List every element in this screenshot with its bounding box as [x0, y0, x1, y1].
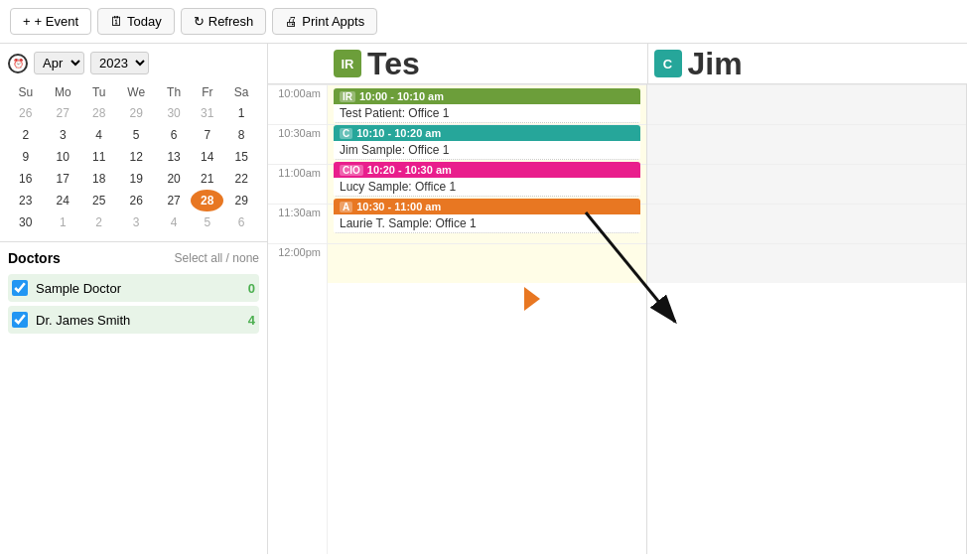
calendar-day[interactable]: 1 [44, 211, 82, 233]
calendar-day[interactable]: 28 [82, 102, 115, 124]
appt-time: 10:10 - 10:20 am [356, 127, 441, 139]
day-header: Fr [191, 82, 223, 102]
appt-name: Test Patient: Office 1 [334, 104, 640, 123]
calendar-day[interactable]: 13 [157, 146, 191, 168]
calendar-day[interactable]: 3 [115, 211, 157, 233]
calendar-day[interactable]: 5 [115, 124, 157, 146]
slash-sep: / [226, 251, 229, 265]
calendar-day[interactable]: 2 [82, 211, 115, 233]
doctor-checkbox-1[interactable] [12, 312, 28, 328]
sidebar: ⏰ Apr 2023 SuMoTuWeThFrSa 26272829303112… [0, 44, 268, 554]
calendar-day[interactable]: 15 [223, 146, 259, 168]
add-event-button[interactable]: + + Event [10, 8, 91, 35]
calendar-day[interactable]: 30 [8, 211, 44, 233]
day-header: Sa [223, 82, 259, 102]
calendar-day[interactable]: 29 [223, 190, 259, 211]
appt-badge: A [340, 202, 352, 212]
calendar-icon: 🗓 [110, 14, 123, 29]
appt-time-bar: A10:30 - 11:00 am [334, 199, 640, 214]
calendar-day[interactable]: 14 [191, 146, 223, 168]
calendar-day[interactable]: 27 [44, 102, 82, 124]
calendar-day[interactable]: 8 [223, 124, 259, 146]
time-slot: 12:00pm [268, 243, 327, 283]
calendar-day[interactable]: 30 [157, 102, 191, 124]
calendar-day[interactable]: 5 [191, 211, 223, 233]
appointment-block[interactable]: C10:10 - 10:20 amJim Sample: Office 1 [334, 125, 640, 160]
calendar-day[interactable]: 4 [82, 124, 115, 146]
day-header: We [115, 82, 157, 102]
calendar-day[interactable]: 3 [44, 124, 82, 146]
calendar-body[interactable]: 10:00am10:30am11:00am11:30am12:00pm IR10… [268, 84, 967, 554]
calendar-day[interactable]: 10 [44, 146, 82, 168]
calendar-day[interactable]: 12 [115, 146, 157, 168]
appointment-block[interactable]: A10:30 - 11:00 amLaurie T. Sample: Offic… [334, 199, 640, 233]
time-col-header [268, 44, 328, 83]
calendar-day[interactable]: 22 [223, 168, 259, 190]
calendar-day[interactable]: 26 [8, 102, 44, 124]
doc-badge: CJim [648, 44, 968, 83]
day-header: Th [157, 82, 191, 102]
calendar-day[interactable]: 17 [44, 168, 82, 190]
calendar-day[interactable]: 29 [115, 102, 157, 124]
appt-badge: CIO [340, 165, 363, 176]
calendar-day[interactable]: 6 [223, 211, 259, 233]
today-label: Today [127, 14, 162, 29]
mini-cal-header: ⏰ Apr 2023 [8, 52, 259, 74]
select-links: Select all / none [175, 251, 259, 265]
appt-time: 10:30 - 11:00 am [356, 201, 441, 212]
appointment-block[interactable]: CIO10:20 - 10:30 amLucy Sample: Office 1 [334, 162, 640, 197]
calendar-day[interactable]: 26 [115, 190, 157, 211]
calendar-day[interactable]: 2 [8, 124, 44, 146]
calendar-day[interactable]: 9 [8, 146, 44, 168]
calendar-day[interactable]: 4 [157, 211, 191, 233]
doc-body-col-1 [647, 84, 967, 554]
calendar-day[interactable]: 24 [44, 190, 82, 211]
calendar-day[interactable]: 11 [82, 146, 115, 168]
calendar-day[interactable]: 21 [191, 168, 223, 190]
calendar-day[interactable]: 7 [191, 124, 223, 146]
calendar-day[interactable]: 1 [223, 102, 259, 124]
print-button[interactable]: 🖨 Print Appts [272, 8, 377, 35]
calendar-day[interactable]: 23 [8, 190, 44, 211]
appt-time: 10:20 - 10:30 am [367, 164, 452, 176]
badge-box: IR [334, 50, 361, 77]
refresh-button[interactable]: ↻ Refresh [181, 8, 267, 35]
doctor-name: Dr. James Smith [36, 313, 240, 328]
time-column: 10:00am10:30am11:00am11:30am12:00pm [268, 84, 328, 554]
doctor-count: 4 [248, 313, 255, 328]
refresh-icon: ↻ [194, 14, 205, 29]
calendar-day[interactable]: 19 [115, 168, 157, 190]
calendar-day[interactable]: 28 [191, 190, 223, 211]
doctor-item: Dr. James Smith4 [8, 306, 259, 334]
calendar-area: IRTesCJim 10:00am10:30am11:00am11:30am12… [268, 44, 967, 554]
time-slot: 10:30am [268, 124, 327, 164]
calendar-day[interactable]: 6 [157, 124, 191, 146]
appt-time-bar: CIO10:20 - 10:30 am [334, 162, 640, 178]
doctor-checkbox-0[interactable] [12, 280, 28, 296]
doctors-panel: Doctors Select all / none Sample Doctor0… [0, 241, 267, 346]
appt-name: Jim Sample: Office 1 [334, 141, 640, 160]
month-select[interactable]: Apr [34, 52, 84, 74]
print-icon: 🖨 [285, 14, 298, 29]
calendar-day[interactable]: 25 [82, 190, 115, 211]
calendar-day[interactable]: 27 [157, 190, 191, 211]
calendar-day[interactable]: 18 [82, 168, 115, 190]
year-select[interactable]: 2023 [90, 52, 149, 74]
appt-time-bar: C10:10 - 10:20 am [334, 125, 640, 141]
doc-slot-header-1: CJim [648, 44, 968, 83]
print-label: Print Appts [302, 14, 364, 29]
doctors-header: Doctors Select all / none [8, 250, 259, 266]
appointment-block[interactable]: IR10:00 - 10:10 amTest Patient: Office 1 [334, 88, 640, 123]
calendar-day[interactable]: 31 [191, 102, 223, 124]
appt-time-bar: IR10:00 - 10:10 am [334, 88, 640, 104]
time-slot: 11:00am [268, 164, 327, 204]
day-header: Mo [44, 82, 82, 102]
appt-badge: IR [340, 91, 355, 102]
doc-col-header: IRTesCJim [328, 44, 967, 83]
select-all-link[interactable]: Select all [175, 251, 223, 265]
calendar-grid: SuMoTuWeThFrSa 2627282930311234567891011… [8, 82, 259, 233]
none-link[interactable]: none [232, 251, 259, 265]
calendar-day[interactable]: 20 [157, 168, 191, 190]
today-button[interactable]: 🗓 Today [97, 8, 175, 35]
calendar-day[interactable]: 16 [8, 168, 44, 190]
